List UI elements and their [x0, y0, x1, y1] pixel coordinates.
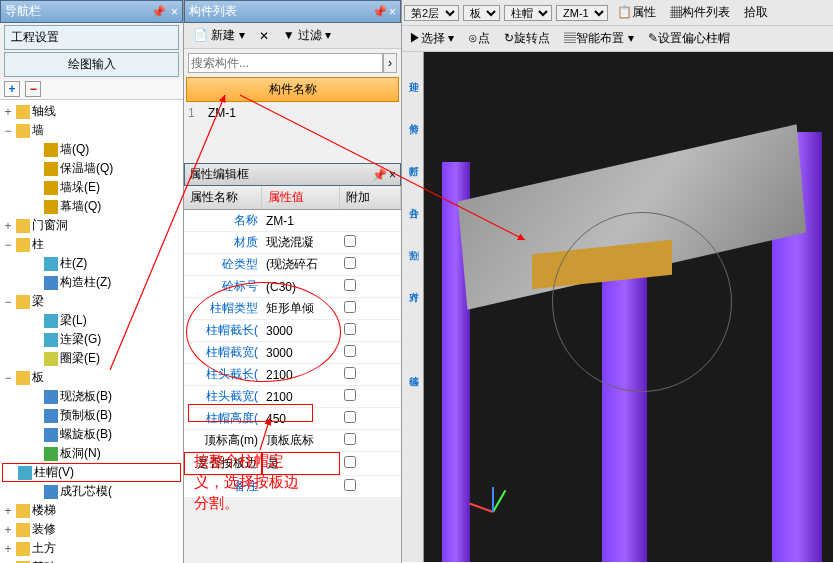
viewport-tool-button[interactable]: 偏移 [403, 348, 423, 388]
prop-value[interactable]: 3000 [262, 322, 340, 340]
prop-checkbox[interactable] [344, 456, 356, 468]
prop-checkbox[interactable] [344, 389, 356, 401]
prop-value[interactable]: (现浇碎石 [262, 254, 340, 275]
nav-tree[interactable]: +轴线−墙墙(Q)保温墙(Q)墙垛(E)幕墙(Q)+门窗洞−柱柱(Z)构造柱(Z… [0, 100, 183, 563]
property-row[interactable]: 柱帽高度(450 [184, 408, 401, 430]
tree-item[interactable]: 柱帽(V) [2, 463, 181, 482]
property-row[interactable]: 柱帽截长(3000 [184, 320, 401, 342]
tree-item[interactable]: 墙(Q) [2, 140, 181, 159]
component-list-button[interactable]: ▦构件列表 [665, 2, 735, 23]
property-row[interactable]: 柱头截长(2100 [184, 364, 401, 386]
viewport-tool-button[interactable] [403, 306, 423, 346]
property-row[interactable]: 名称ZM-1 [184, 210, 401, 232]
viewport-tool-button[interactable]: 合并 [403, 180, 423, 220]
expand-icon[interactable]: + [2, 523, 14, 537]
tree-item[interactable]: +装修 [2, 520, 181, 539]
prop-checkbox[interactable] [344, 257, 356, 269]
3d-viewport[interactable]: 延伸修剪打断合并分割对齐偏移 [402, 52, 833, 562]
property-row[interactable]: 砼类型(现浇碎石 [184, 254, 401, 276]
expand-icon[interactable]: + [2, 504, 14, 518]
expand-icon[interactable]: + [2, 542, 14, 556]
property-row[interactable]: 材质现浇混凝 [184, 232, 401, 254]
prop-value[interactable]: 顶板底标 [262, 430, 340, 451]
tree-item[interactable]: −柱 [2, 235, 181, 254]
pin-icon[interactable]: 📌 [372, 168, 387, 182]
tree-item[interactable]: 构造柱(Z) [2, 273, 181, 292]
prop-checkbox[interactable] [344, 411, 356, 423]
expand-icon[interactable]: + [2, 219, 14, 233]
select-button[interactable]: ▶选择 ▾ [404, 28, 459, 49]
tree-item[interactable]: 幕墙(Q) [2, 197, 181, 216]
prop-checkbox[interactable] [344, 301, 356, 313]
nav-section-draw[interactable]: 绘图输入 [4, 52, 179, 77]
expand-icon[interactable]: − [2, 371, 14, 385]
tree-item[interactable]: 预制板(B) [2, 406, 181, 425]
tree-item[interactable]: −梁 [2, 292, 181, 311]
pick-button[interactable]: 拾取 [739, 2, 773, 23]
tree-item[interactable]: 板洞(N) [2, 444, 181, 463]
tree-item[interactable]: 螺旋板(B) [2, 425, 181, 444]
viewport-tool-button[interactable]: 分割 [403, 222, 423, 262]
prop-value[interactable]: 现浇混凝 [262, 232, 340, 253]
layer-select[interactable]: 第2层 [404, 5, 459, 21]
tree-item[interactable]: 保温墙(Q) [2, 159, 181, 178]
property-row[interactable]: 砼标号(C30) [184, 276, 401, 298]
tree-item[interactable]: +土方 [2, 539, 181, 558]
pin-icon[interactable]: 📌 [151, 5, 166, 19]
tree-item[interactable]: 墙垛(E) [2, 178, 181, 197]
tree-item[interactable]: 连梁(G) [2, 330, 181, 349]
viewport-tool-button[interactable]: 打断 [403, 138, 423, 178]
tree-item[interactable]: +基础 [2, 558, 181, 563]
property-row[interactable]: 柱帽截宽(3000 [184, 342, 401, 364]
properties-button[interactable]: 📋属性 [612, 2, 661, 23]
tree-item[interactable]: 成孔芯模( [2, 482, 181, 501]
expand-all-button[interactable]: + [4, 81, 20, 97]
prop-checkbox[interactable] [344, 433, 356, 445]
filter-button[interactable]: ▼ 过滤 ▾ [278, 25, 337, 46]
viewport-tool-button[interactable]: 修剪 [403, 96, 423, 136]
prop-checkbox[interactable] [344, 479, 356, 491]
collapse-all-button[interactable]: − [25, 81, 41, 97]
prop-value[interactable]: 450 [262, 410, 340, 428]
expand-icon[interactable]: + [2, 105, 14, 119]
viewport-tool-button[interactable]: 延伸 [403, 54, 423, 94]
expand-icon[interactable]: − [2, 295, 14, 309]
prop-checkbox[interactable] [344, 235, 356, 247]
prop-value[interactable]: 矩形单倾 [262, 298, 340, 319]
expand-icon[interactable]: − [2, 238, 14, 252]
prop-value[interactable]: 2100 [262, 388, 340, 406]
offset-cap-button[interactable]: ✎设置偏心柱帽 [643, 28, 735, 49]
prop-checkbox[interactable] [344, 279, 356, 291]
new-button[interactable]: 📄 新建 ▾ [188, 25, 250, 46]
tree-item[interactable]: +门窗洞 [2, 216, 181, 235]
category-select[interactable]: 板 [463, 5, 500, 21]
tree-item[interactable]: −墙 [2, 121, 181, 140]
prop-checkbox[interactable] [344, 323, 356, 335]
prop-value[interactable]: ZM-1 [262, 212, 340, 230]
tree-item[interactable]: 梁(L) [2, 311, 181, 330]
close-icon[interactable]: × [171, 5, 178, 19]
close-icon[interactable]: × [389, 5, 396, 19]
smart-layout-button[interactable]: ▤智能布置 ▾ [559, 28, 638, 49]
pin-icon[interactable]: 📌 [372, 5, 387, 19]
tree-item[interactable]: +楼梯 [2, 501, 181, 520]
tree-item[interactable]: 柱(Z) [2, 254, 181, 273]
delete-icon[interactable]: ✕ [254, 27, 274, 45]
expand-icon[interactable]: − [2, 124, 14, 138]
search-input[interactable] [188, 53, 383, 73]
item-select[interactable]: ZM-1 [556, 5, 608, 21]
property-row[interactable]: 柱头截宽(2100 [184, 386, 401, 408]
prop-checkbox[interactable] [344, 367, 356, 379]
tree-item[interactable]: 圈梁(E) [2, 349, 181, 368]
property-row[interactable]: 顶标高(m)顶板底标 [184, 430, 401, 452]
component-row[interactable]: 1 ZM-1 [184, 104, 401, 123]
prop-value[interactable]: 3000 [262, 344, 340, 362]
property-row[interactable]: 柱帽类型矩形单倾 [184, 298, 401, 320]
tree-item[interactable]: 现浇板(B) [2, 387, 181, 406]
tree-item[interactable]: +轴线 [2, 102, 181, 121]
prop-value[interactable]: 2100 [262, 366, 340, 384]
type-select[interactable]: 柱帽 [504, 5, 552, 21]
tree-item[interactable]: −板 [2, 368, 181, 387]
prop-value[interactable]: (C30) [262, 278, 340, 296]
prop-checkbox[interactable] [344, 345, 356, 357]
